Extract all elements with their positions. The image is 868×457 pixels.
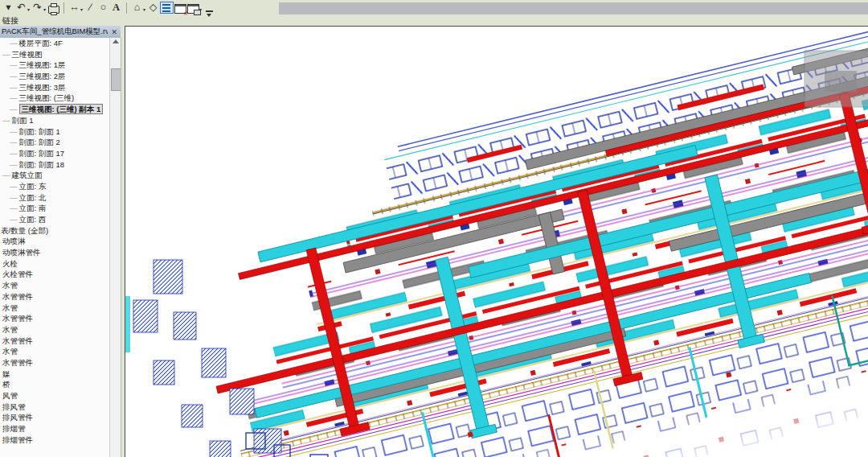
tree-item[interactable]: 水管	[0, 303, 109, 314]
scrollbar-thumb[interactable]	[111, 68, 121, 91]
redo-button[interactable]: ↷	[31, 2, 43, 14]
tree-item[interactable]: 水管管件	[0, 291, 109, 303]
tree-item-label: 立面: 北	[19, 193, 47, 202]
project-browser-title: PACK车间_管综机电BIM模型.rvt	[0, 27, 108, 37]
print-button[interactable]	[47, 2, 59, 14]
tree-item[interactable]: 表/数量 (全部)	[0, 225, 109, 237]
tree-item-label: 剖面 1	[12, 116, 34, 125]
default-3d-view-button[interactable]: ⌂	[131, 2, 143, 14]
tree-item[interactable]: 火栓	[0, 258, 109, 270]
section-button[interactable]: ◇	[147, 2, 159, 14]
aligned-dimension-button[interactable]: ∕	[84, 2, 96, 14]
tree-branch-line: —	[10, 39, 18, 47]
tree-item[interactable]: 桥	[0, 379, 109, 390]
tree-item[interactable]: 媒	[0, 368, 109, 380]
project-browser-tree: —楼层平面: 4F—三维视图—三维视图: 1层—三维视图: 2层—三维视图: 3…	[0, 38, 109, 445]
close-hidden-windows-button[interactable]	[174, 2, 186, 14]
tree-item[interactable]: —三维视图: 3层	[0, 82, 109, 93]
tree-branch-line: —	[10, 149, 18, 158]
tree-item[interactable]: 水管	[0, 280, 109, 291]
tree-item-label: 剖面: 剖面 18	[19, 160, 65, 169]
tree-item-label: 排风管	[2, 402, 26, 411]
revit-window: { "toolbar": { "icons": [ {"name":"toolb…	[0, 0, 868, 457]
model-canvas[interactable]	[125, 27, 868, 457]
tree-item[interactable]: 风管	[0, 390, 109, 401]
tree-item[interactable]: —立面: 北	[0, 192, 109, 204]
tree-item[interactable]: —楼层平面: 4F	[0, 38, 109, 49]
tree-item[interactable]: 水管管件	[0, 357, 109, 368]
tree-item-label: 表/数量 (全部)	[1, 226, 48, 235]
quick-access-toolbar: ▾↶▾↷▾↔▾∕○A⌂▾◇▾	[0, 0, 868, 15]
tree-item[interactable]: —立面: 东	[0, 181, 109, 192]
tree-item-label: 立面: 西	[19, 215, 47, 224]
ghost-element	[805, 51, 868, 107]
tag-by-category-button[interactable]: ○	[97, 2, 109, 14]
redo-button-dropdown-icon[interactable]: ▾	[43, 6, 46, 12]
tree-item[interactable]: 排烟管	[0, 423, 109, 434]
undo-button-dropdown-icon[interactable]: ▾	[27, 6, 30, 12]
text-button[interactable]: A	[110, 2, 122, 14]
tree-item-label: 三维视图	[12, 50, 43, 59]
tree-item[interactable]: 动喷淋管件	[0, 247, 109, 258]
tree-branch-line: —	[2, 171, 10, 179]
tree-item-label: 媒	[2, 369, 10, 378]
tree-item-label: 水管	[2, 303, 18, 312]
scrollbar-up-arrow-icon[interactable]	[113, 39, 119, 43]
tree-branch-line: —	[10, 127, 18, 136]
tree-item[interactable]: —立面: 南	[0, 203, 109, 214]
tree-item-label: 动喷淋	[2, 237, 26, 245]
tree-item-label: 三维视图: 3层	[19, 83, 66, 92]
tree-item[interactable]: —剖面 1	[0, 115, 109, 126]
ribbon-panel-label: 链接	[2, 15, 18, 27]
tree-item[interactable]: —三维视图: 2层	[0, 71, 109, 82]
thin-lines-toggle[interactable]	[160, 2, 174, 14]
tree-item[interactable]: 水管管件	[0, 336, 109, 347]
switch-windows-button[interactable]	[187, 2, 199, 14]
tree-item-label: 动喷淋管件	[2, 248, 41, 257]
panel-scrollbar[interactable]	[109, 38, 121, 457]
tree-item[interactable]: 火栓管件	[0, 269, 109, 280]
close-icon[interactable]: ✕	[108, 28, 121, 36]
tree-item-label: 楼层平面: 4F	[19, 39, 63, 47]
tree-item[interactable]: —三维视图	[0, 49, 109, 60]
tree-item-label: 水管	[2, 325, 18, 334]
tree-item-label: 水管	[2, 281, 18, 290]
tree-item[interactable]: —剖面: 剖面 2	[0, 137, 109, 148]
tree-branch-line: —	[10, 93, 18, 102]
tree-branch-line: —	[10, 160, 18, 169]
tree-item[interactable]: —三维视图: (三维) 副本 1	[0, 104, 109, 115]
tree-item-label: 剖面: 剖面 1	[19, 127, 60, 136]
default-3d-view-button-dropdown-icon[interactable]: ▾	[143, 6, 145, 12]
3d-viewport[interactable]	[125, 26, 868, 457]
building-model	[156, 27, 868, 457]
tree-item-label: 风管	[2, 391, 18, 400]
toolbar-overflow-arrow-icon[interactable]: ▾	[2, 2, 14, 14]
tree-item[interactable]: 动喷淋	[0, 236, 109, 247]
tree-item[interactable]: —剖面: 剖面 1	[0, 126, 109, 138]
tree-item-label: 三维视图: 1层	[19, 60, 66, 69]
project-browser-tab[interactable]: PACK车间_管综机电BIM模型.rvt ✕	[0, 26, 121, 39]
tree-item[interactable]: 水管管件	[0, 313, 109, 324]
tree-item-label: 桥	[2, 380, 10, 389]
tree-item-label: 排烟管	[2, 424, 26, 433]
measure-button-dropdown-icon[interactable]: ▾	[80, 6, 83, 12]
tree-item-label: 剖面: 剖面 2	[19, 138, 60, 146]
customize-qat-button[interactable]	[203, 2, 215, 14]
tree-item[interactable]: 排风管件	[0, 412, 109, 423]
tree-item[interactable]: 水管	[0, 324, 109, 336]
undo-button[interactable]: ↶	[15, 2, 27, 14]
tree-item[interactable]: —三维视图: 1层	[0, 60, 109, 71]
tree-item[interactable]: —三维视图: (三维)	[0, 93, 109, 104]
tree-item[interactable]: —立面: 西	[0, 214, 109, 225]
tree-branch-line: —	[2, 50, 10, 59]
tree-item[interactable]: 水管	[0, 346, 109, 357]
tree-item[interactable]: —建筑立面	[0, 170, 109, 181]
measure-button[interactable]: ↔	[68, 2, 80, 14]
tree-item[interactable]: —剖面: 剖面 18	[0, 159, 109, 171]
tree-item[interactable]: —剖面: 剖面 17	[0, 148, 109, 159]
tree-item[interactable]: 排烟管件	[0, 434, 109, 446]
tree-item-label: 立面: 东	[19, 182, 47, 191]
tree-item[interactable]: 排风管	[0, 401, 109, 413]
tree-branch-line: —	[10, 193, 18, 202]
tree-item-label: 三维视图: (三维)	[19, 93, 75, 102]
